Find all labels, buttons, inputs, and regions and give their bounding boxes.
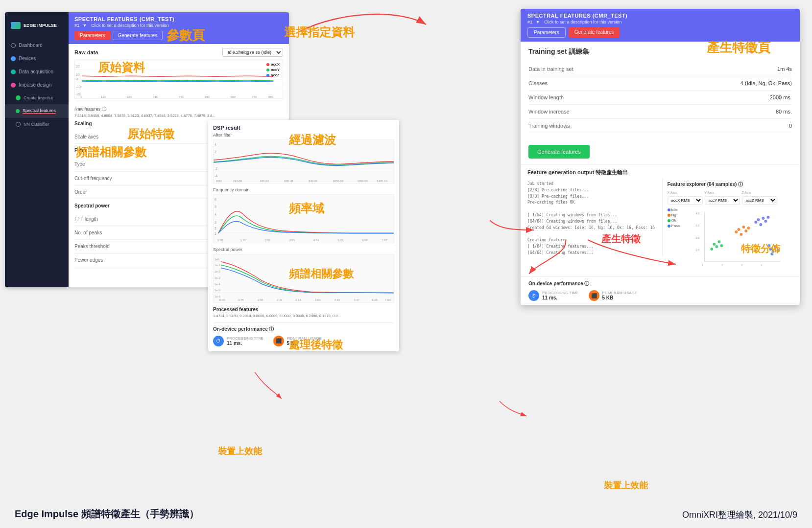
- svg-text:440: 440: [179, 95, 184, 98]
- annotation-params-page: 參數頁: [167, 27, 205, 44]
- svg-text:550: 550: [205, 95, 210, 98]
- svg-text:630.00: 630.00: [284, 180, 293, 183]
- svg-point-76: [757, 218, 760, 221]
- right-performance-section: On-device performance ⓘ ⏱ PROCESSING TIM…: [521, 276, 800, 305]
- bottom-right-text: OmniXRI整理繪製, 2021/10/9: [682, 509, 797, 521]
- tab-generate-left[interactable]: Generate features: [113, 31, 163, 40]
- svg-text:1e-5: 1e-5: [215, 289, 221, 292]
- sidebar-item-spectral[interactable]: Spectral features: [5, 104, 69, 118]
- legend-dot-ok: [668, 219, 670, 222]
- svg-text:3: 3: [215, 221, 216, 224]
- left-processing-info: PROCESSING TIME 11 ms.: [227, 336, 263, 346]
- create-icon: [16, 95, 21, 100]
- x-axis-select[interactable]: accX RMS: [668, 196, 703, 205]
- svg-text:420.00: 420.00: [260, 180, 269, 183]
- svg-text:1.5: 1.5: [696, 249, 700, 252]
- svg-text:1e-4: 1e-4: [215, 283, 221, 286]
- svg-text:6.06: 6.06: [362, 239, 368, 242]
- svg-text:210.00: 210.00: [233, 180, 242, 183]
- svg-text:6: 6: [215, 198, 216, 201]
- svg-point-89: [718, 240, 721, 243]
- svg-point-85: [740, 233, 743, 236]
- legend-dot-pass: [668, 225, 670, 228]
- sidebar-item-dashboard[interactable]: Dashboard: [5, 39, 69, 52]
- spectral-power-chart-label: Spectral power: [213, 247, 394, 252]
- svg-point-83: [742, 226, 745, 229]
- sidebar-item-devices[interactable]: Devices: [5, 52, 69, 65]
- fft-label: FFT length: [74, 216, 98, 222]
- right-processing-time: ⏱ PROCESSING TIME 11 ms.: [528, 290, 579, 301]
- frequency-domain-label: Frequency domain: [213, 187, 394, 192]
- axis-selects: X Axis accX RMS Y Axis accY RMS: [668, 191, 795, 205]
- legend-idle: Idle: [668, 207, 680, 212]
- legend-ok: Ok: [668, 218, 680, 223]
- impulse-icon: [11, 83, 16, 88]
- app-logo: EDGE IMPULSE: [5, 17, 69, 34]
- feature-output-content: Job started [2/8] Pre-caching files... […: [521, 178, 800, 276]
- svg-point-92: [720, 244, 723, 247]
- tab-parameters-right[interactable]: Parameters: [527, 27, 566, 38]
- svg-text:10: 10: [76, 73, 80, 76]
- legend-dot-idle: [668, 208, 670, 211]
- svg-point-87: [745, 230, 748, 232]
- ram-icon-left: ⬛: [273, 336, 284, 346]
- processed-features-label: Processed features: [213, 307, 394, 312]
- processed-features-data: 3.4714, 3.9483, 0.2948, 0.0000, 0.0000, …: [213, 314, 394, 319]
- right-perf-row: ⏱ PROCESSING TIME 11 ms. ⬛ PEAK RAM USAG…: [528, 290, 792, 301]
- scale-axes-label: Scale axes: [74, 134, 98, 139]
- sidebar-item-nn[interactable]: NN Classifier: [5, 118, 69, 131]
- svg-point-88: [713, 243, 716, 246]
- sidebar-item-data-acq[interactable]: Data acquisition: [5, 65, 69, 78]
- generate-features-button[interactable]: Generate features: [528, 145, 590, 159]
- svg-point-90: [716, 245, 718, 248]
- left-processing-time: ⏱ PROCESSING TIME 11 ms.: [213, 336, 263, 346]
- filter-type-label: Type: [74, 161, 85, 167]
- svg-point-79: [767, 216, 770, 219]
- raw-data-title: Raw data: [74, 49, 98, 55]
- training-row-2: Window length 2000 ms.: [528, 91, 792, 105]
- svg-text:1260.00: 1260.00: [357, 180, 368, 183]
- annotation-freq-domain: 頻率域: [289, 201, 324, 216]
- svg-text:840.00: 840.00: [309, 180, 318, 183]
- legend-pass: Pass: [668, 224, 680, 228]
- clock-icon-right: ⏱: [528, 290, 539, 301]
- svg-text:1: 1: [215, 232, 216, 235]
- y-axis-select[interactable]: accY RMS: [705, 196, 740, 205]
- nn-icon: [16, 122, 21, 127]
- raw-features-data: 7.5518, 3.9458, 4.8854, 7.5878, 3.9123, …: [74, 114, 283, 118]
- annotation-select-data: 選擇指定資料: [284, 24, 355, 40]
- clock-icon-left: ⏱: [213, 336, 224, 346]
- svg-point-78: [755, 221, 758, 224]
- svg-text:3: 3: [741, 264, 743, 267]
- svg-text:1: 1: [702, 264, 704, 267]
- svg-text:3.91: 3.91: [315, 298, 321, 301]
- feature-output-title: Feature generation output 特徵產生輸出: [521, 165, 800, 178]
- legend-dot-accz: [266, 74, 269, 77]
- svg-text:-10: -10: [76, 85, 81, 89]
- tab-parameters-left[interactable]: Parameters: [74, 31, 111, 40]
- left-performance-title: On-device performance ⓘ: [213, 326, 394, 333]
- legend-accx: accX: [266, 62, 280, 67]
- svg-point-91: [711, 248, 714, 251]
- svg-text:1050.00: 1050.00: [333, 180, 344, 183]
- svg-point-82: [738, 228, 740, 231]
- sample-dropdown[interactable]: Idle.2heiqg7e s6 (Idle): [222, 48, 283, 57]
- annotation-generate-page: 產生特徵頁: [707, 39, 770, 56]
- tab-generate-right[interactable]: Generate features: [569, 27, 620, 38]
- svg-text:-20: -20: [76, 92, 81, 96]
- svg-text:3.03: 3.03: [289, 239, 295, 242]
- z-axis-select[interactable]: accZ RMS: [742, 196, 777, 205]
- svg-text:1e-2: 1e-2: [215, 270, 220, 273]
- svg-point-77: [762, 217, 765, 220]
- svg-text:7.03: 7.03: [385, 298, 391, 301]
- legend-dot-accx: [266, 63, 269, 66]
- sidebar-item-create[interactable]: Create impulse: [5, 92, 69, 104]
- svg-text:4.69: 4.69: [334, 298, 340, 301]
- power-edges-label: Power edges: [74, 257, 103, 263]
- svg-text:2: 2: [722, 264, 723, 267]
- svg-text:1e-3: 1e-3: [215, 276, 221, 279]
- sidebar-item-impulse[interactable]: Impulse design: [5, 78, 69, 92]
- feature-output-area: Feature generation output 特徵產生輸出 Job sta…: [521, 164, 800, 276]
- feature-log-panel[interactable]: Job started [2/8] Pre-caching files... […: [521, 178, 663, 256]
- dsp-result-title: DSP result: [213, 125, 394, 131]
